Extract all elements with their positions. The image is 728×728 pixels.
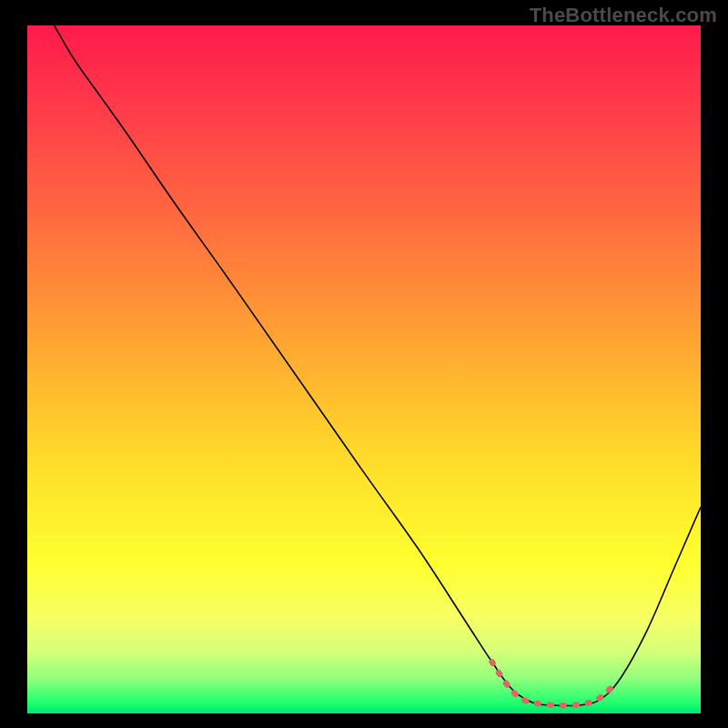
- watermark-text: TheBottleneck.com: [530, 4, 717, 27]
- plot-area: [27, 25, 701, 713]
- bottleneck-chart: [0, 0, 728, 728]
- chart-frame: TheBottleneck.com: [0, 0, 728, 728]
